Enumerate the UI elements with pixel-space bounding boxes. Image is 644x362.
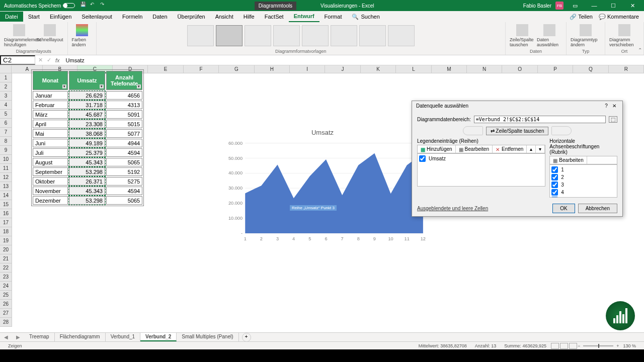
- chart-title[interactable]: Umsatz: [219, 126, 426, 139]
- row-header-28[interactable]: 28: [0, 318, 12, 327]
- dialog-close-icon[interactable]: ✕: [610, 103, 618, 109]
- remove-series-button[interactable]: ✕Entfernen: [493, 145, 527, 153]
- page-break-view-icon[interactable]: [569, 343, 577, 349]
- redo-icon[interactable]: ↷: [100, 2, 108, 10]
- add-chart-element-button[interactable]: Diagrammelement hinzufügen: [3, 23, 35, 48]
- ribbon-options-icon[interactable]: ▭: [568, 3, 583, 9]
- tab-formulas[interactable]: Formeln: [117, 12, 147, 22]
- row-header-6[interactable]: 6: [0, 119, 12, 128]
- data-table[interactable]: Monat▾Umsatz▾Anzahl Telefonate▾ Januar26…: [31, 69, 144, 206]
- tab-factset[interactable]: FactSet: [260, 12, 289, 22]
- row-header-23[interactable]: 23: [0, 273, 12, 282]
- table-header[interactable]: Umsatz▾: [69, 71, 105, 90]
- page-layout-view-icon[interactable]: [560, 343, 568, 349]
- row-header-26[interactable]: 26: [0, 300, 12, 309]
- zoom-slider[interactable]: [583, 345, 613, 346]
- col-header-R[interactable]: R: [609, 65, 644, 73]
- save-icon[interactable]: 💾: [80, 2, 88, 10]
- tab-help[interactable]: Hilfe: [238, 12, 260, 22]
- chart-style-7[interactable]: [359, 25, 386, 46]
- collapse-dialog-icon[interactable]: ⬚: [609, 116, 617, 123]
- series-checkbox[interactable]: [419, 155, 426, 162]
- table-row[interactable]: August45.3435065: [33, 158, 142, 166]
- change-colors-button[interactable]: Farben ändern: [71, 23, 93, 48]
- category-item[interactable]: 2: [551, 173, 616, 181]
- dialog-help-icon[interactable]: ?: [602, 103, 610, 109]
- row-header-17[interactable]: 17: [0, 218, 12, 227]
- sheet-tab[interactable]: Flächendiagramm: [55, 333, 106, 341]
- category-item[interactable]: 1: [551, 166, 616, 173]
- select-data-button[interactable]: Daten auswählen: [536, 23, 563, 48]
- chart-style-3[interactable]: [245, 25, 271, 46]
- row-header-16[interactable]: 16: [0, 209, 12, 218]
- tab-insert[interactable]: Einfügen: [45, 12, 76, 22]
- category-item[interactable]: 5: [551, 196, 616, 198]
- zoom-out-icon[interactable]: −: [578, 343, 580, 348]
- tab-page-layout[interactable]: Seitenlayout: [76, 12, 117, 22]
- row-header-3[interactable]: 3: [0, 92, 12, 101]
- sheet-tab[interactable]: Treemap: [24, 333, 55, 341]
- name-box[interactable]: [0, 55, 35, 65]
- switch-row-col-button[interactable]: Zeile/Spalte tauschen: [509, 23, 536, 48]
- row-header-27[interactable]: 27: [0, 309, 12, 318]
- row-header-19[interactable]: 19: [0, 236, 12, 245]
- row-header-25[interactable]: 25: [0, 291, 12, 300]
- table-row[interactable]: Oktober26.3715275: [33, 177, 142, 186]
- category-checkbox[interactable]: [551, 182, 558, 188]
- table-row[interactable]: April23.3085015: [33, 120, 142, 128]
- zoom-in-icon[interactable]: +: [616, 343, 619, 348]
- row-header-2[interactable]: 2: [0, 82, 12, 92]
- row-header-21[interactable]: 21: [0, 254, 12, 263]
- sheet-tab[interactable]: Small Multiples (Panel): [177, 333, 238, 341]
- category-checkbox[interactable]: [551, 189, 558, 196]
- ok-button[interactable]: OK: [552, 204, 575, 213]
- col-header-Q[interactable]: Q: [573, 65, 608, 73]
- table-row[interactable]: November45.3434594: [33, 187, 142, 195]
- sheet-nav-prev-icon[interactable]: ◀: [0, 334, 12, 340]
- table-row[interactable]: September53.2985192: [33, 167, 142, 176]
- tab-file[interactable]: Datei: [0, 12, 23, 22]
- row-header-7[interactable]: 7: [0, 128, 12, 137]
- row-header-14[interactable]: 14: [0, 191, 12, 200]
- row-header-15[interactable]: 15: [0, 200, 12, 209]
- col-header-N[interactable]: N: [467, 65, 502, 73]
- cancel-formula-icon[interactable]: ✕: [38, 57, 43, 63]
- chart-style-5[interactable]: [302, 25, 329, 46]
- undo-icon[interactable]: ↶: [90, 2, 98, 10]
- normal-view-icon[interactable]: [551, 343, 559, 349]
- filter-icon[interactable]: ▾: [100, 84, 104, 88]
- share-button[interactable]: 🔗 Teilen: [570, 14, 593, 20]
- chart-style-6[interactable]: [331, 25, 357, 46]
- col-header-P[interactable]: P: [538, 65, 573, 73]
- table-row[interactable]: Juni49.1894944: [33, 139, 142, 147]
- col-header-J[interactable]: J: [325, 65, 360, 73]
- chart-object[interactable]: Umsatz -10.00020.00030.00040.00050.00060…: [219, 126, 426, 254]
- move-up-button[interactable]: ▴: [527, 145, 536, 153]
- change-chart-type-button[interactable]: Diagrammtyp ändern: [570, 23, 602, 48]
- tab-view[interactable]: Ansicht: [210, 12, 238, 22]
- row-header-10[interactable]: 10: [0, 155, 12, 164]
- col-header-L[interactable]: L: [396, 65, 431, 73]
- col-header-H[interactable]: H: [255, 65, 290, 73]
- user-name[interactable]: Fabio Basler: [523, 3, 551, 9]
- col-header-F[interactable]: F: [184, 65, 219, 73]
- search-menu[interactable]: 🔍Suchen: [347, 12, 384, 22]
- chart-plot-area[interactable]: -10.00020.00030.00040.00050.00060.000123…: [219, 139, 426, 245]
- add-sheet-button[interactable]: +: [242, 333, 251, 342]
- table-header[interactable]: Anzahl Telefonate▾: [106, 71, 142, 90]
- autosave-toggle[interactable]: [63, 3, 75, 8]
- add-series-button[interactable]: ▦Hinzufügen: [418, 145, 456, 153]
- tab-start[interactable]: Start: [23, 12, 45, 22]
- tab-design[interactable]: Entwurf: [289, 11, 319, 22]
- close-icon[interactable]: ✕: [625, 3, 640, 9]
- col-header-M[interactable]: M: [432, 65, 467, 73]
- chart-style-8[interactable]: [388, 25, 415, 46]
- filter-icon[interactable]: ▾: [62, 84, 66, 88]
- row-header-20[interactable]: 20: [0, 245, 12, 254]
- collapse-ribbon-icon[interactable]: ⌃: [638, 47, 642, 53]
- series-item[interactable]: Umsatz: [419, 155, 544, 162]
- col-header-G[interactable]: G: [219, 65, 254, 73]
- tab-review[interactable]: Überprüfen: [173, 12, 210, 22]
- row-header-12[interactable]: 12: [0, 173, 12, 182]
- category-checkbox[interactable]: [551, 197, 558, 198]
